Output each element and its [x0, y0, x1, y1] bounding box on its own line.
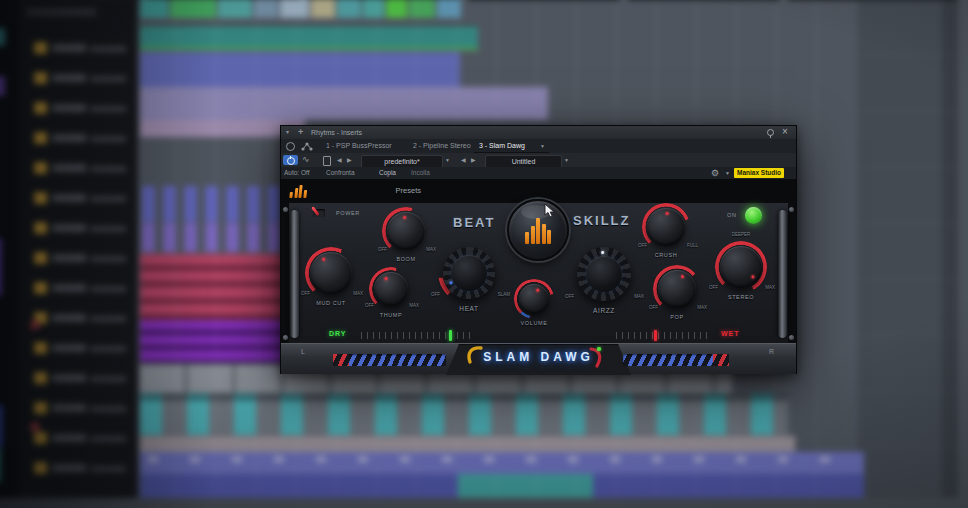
- knob-min-label: OFF: [709, 285, 718, 290]
- knob-airzz[interactable]: OFF MAX AIRZZ: [577, 247, 631, 301]
- bg-lc-violet: [0, 238, 2, 296]
- bg-right-gridlines: [858, 0, 958, 498]
- tab-pipeline-stereo[interactable]: 2 - Pipeline Stereo: [413, 139, 471, 153]
- tab-slam-dawg[interactable]: 3 - Slam Dawg: [479, 139, 525, 153]
- knob-thump[interactable]: OFF MAX THUMP: [374, 272, 408, 306]
- power-label: POWER: [336, 210, 360, 216]
- preset-field-a[interactable]: predefinito*: [361, 155, 443, 168]
- knob-max-label: MAX: [426, 247, 436, 252]
- knob-max-label: FULL: [687, 243, 698, 248]
- window-title: Rhytms - Inserts: [311, 126, 362, 139]
- mouse-cursor: [544, 203, 556, 219]
- on-label: ON: [727, 212, 736, 218]
- chevron-down-icon[interactable]: ▼: [445, 153, 450, 167]
- compare-button[interactable]: Confronta: [326, 167, 355, 179]
- bg-track-icons: [34, 42, 47, 482]
- screw-bottom-left: [283, 335, 288, 340]
- document-icon[interactable]: [323, 156, 331, 166]
- prev-chain-arrow[interactable]: ◀: [461, 153, 466, 167]
- tab-psp-busspressor[interactable]: 1 - PSP BussPressor: [326, 139, 392, 153]
- knob-crush[interactable]: OFF FULL CRUSH: [647, 208, 685, 246]
- beatskillz-logo-icon: [289, 185, 307, 198]
- knob-label: AIRZZ: [593, 307, 615, 314]
- knob-max-label: MAX: [634, 294, 644, 299]
- knob-max-label: MAX: [353, 291, 363, 296]
- power-icon: [287, 157, 295, 165]
- hazard-red-cap: [333, 354, 349, 366]
- knob-heat[interactable]: OFF SLAM HEAT: [443, 247, 495, 299]
- knob-min-label: OFF: [649, 305, 658, 310]
- knob-cap: [658, 270, 696, 308]
- preset-field-b-value: Untitled: [486, 156, 561, 167]
- wave-icon[interactable]: ∿: [302, 154, 310, 164]
- knob-cap: [647, 208, 685, 246]
- chevron-down-icon[interactable]: ▾: [286, 126, 289, 139]
- prev-preset-arrow[interactable]: ◀: [337, 153, 342, 167]
- routing-icon[interactable]: [301, 142, 313, 151]
- right-rail: [778, 210, 787, 338]
- plugin-power-button[interactable]: [283, 155, 298, 165]
- copy-button[interactable]: Copia: [379, 167, 396, 179]
- chevron-down-icon[interactable]: ▼: [564, 153, 569, 167]
- knob-cap: [720, 246, 762, 288]
- dry-label: DRY: [329, 330, 347, 337]
- bg-lc-purple: [0, 76, 5, 96]
- gear-icon[interactable]: ⚙: [711, 168, 719, 178]
- wet-ruler: [616, 332, 711, 339]
- bg-lc-blue: [0, 405, 3, 447]
- knob-boom[interactable]: OFF MAX BOOM: [387, 212, 425, 250]
- auto-mode-label[interactable]: Auto: Off: [284, 167, 310, 179]
- hazard-bar-left: [333, 354, 446, 366]
- knob-cap: [519, 284, 549, 314]
- knob-label: VOLUME: [521, 320, 548, 326]
- next-preset-arrow[interactable]: ▶: [347, 153, 352, 167]
- screw-top-left: [283, 207, 288, 212]
- knob-min-label: OFF: [378, 247, 387, 252]
- knob-label: STEREO: [728, 294, 754, 300]
- mini-led-green: [597, 347, 601, 351]
- next-chain-arrow[interactable]: ▶: [471, 153, 476, 167]
- knob-min-label: OFF: [431, 292, 440, 297]
- knob-mud-cut[interactable]: OFF MAX MUD CUT: [310, 252, 352, 294]
- chevron-down-icon[interactable]: ▼: [540, 139, 545, 153]
- channel-right-label: R: [769, 348, 774, 355]
- preset-selector-row: ∿ ◀ ▶ predefinito* ▼ ◀ ▶ Untitled ▼: [281, 153, 796, 168]
- knob-cap: [374, 272, 408, 306]
- bg-left-strip: [0, 0, 20, 498]
- bypass-icon[interactable]: [286, 142, 295, 151]
- on-led-button[interactable]: [745, 207, 762, 224]
- bg-rec-icon2: [30, 422, 40, 432]
- knob-top-label: DEEPER: [732, 232, 751, 237]
- chevron-down-icon[interactable]: ▼: [725, 167, 730, 179]
- knob-min-label: OFF: [638, 243, 647, 248]
- knob-min-label: OFF: [365, 303, 374, 308]
- knob-stereo[interactable]: DEEPER OFF MAX STEREO: [720, 246, 762, 288]
- knob-max-label: MAX: [697, 305, 707, 310]
- bg-track-names: [90, 46, 126, 480]
- plugin-body: POWER BEAT SKILLZ ON OFF MAX BOOM: [281, 203, 796, 343]
- knob-volume[interactable]: VOLUME: [519, 284, 549, 314]
- knob-min-label: OFF: [301, 291, 310, 296]
- knob-max-label: MAX: [409, 303, 419, 308]
- knob-label: THUMP: [380, 312, 403, 318]
- dry-slider-handle[interactable]: [449, 330, 452, 341]
- channel-left-label: L: [301, 348, 305, 355]
- knob-label: MUD CUT: [316, 300, 346, 306]
- wet-slider-handle[interactable]: [654, 330, 657, 341]
- wet-label: WET: [721, 330, 740, 337]
- move-handle-icon[interactable]: +: [298, 126, 303, 139]
- paste-button[interactable]: Incolla: [411, 167, 430, 179]
- knob-label: POP: [670, 314, 683, 320]
- logo-eq-bars-icon: [525, 218, 551, 244]
- bg-lc-teal2: [0, 448, 1, 482]
- close-icon[interactable]: ×: [782, 126, 788, 138]
- preset-field-b[interactable]: Untitled: [485, 155, 562, 168]
- knob-pop[interactable]: OFF MAX POP: [658, 270, 696, 308]
- pin-icon-stem: [770, 135, 771, 138]
- left-rail: [290, 210, 299, 338]
- brand-badge: Maniax Studio: [734, 168, 784, 178]
- hazard-red-cap: [713, 354, 729, 366]
- knob-label: BOOM: [396, 256, 415, 262]
- power-switch[interactable]: [313, 209, 325, 217]
- knob-max-label: SLAM: [498, 292, 510, 297]
